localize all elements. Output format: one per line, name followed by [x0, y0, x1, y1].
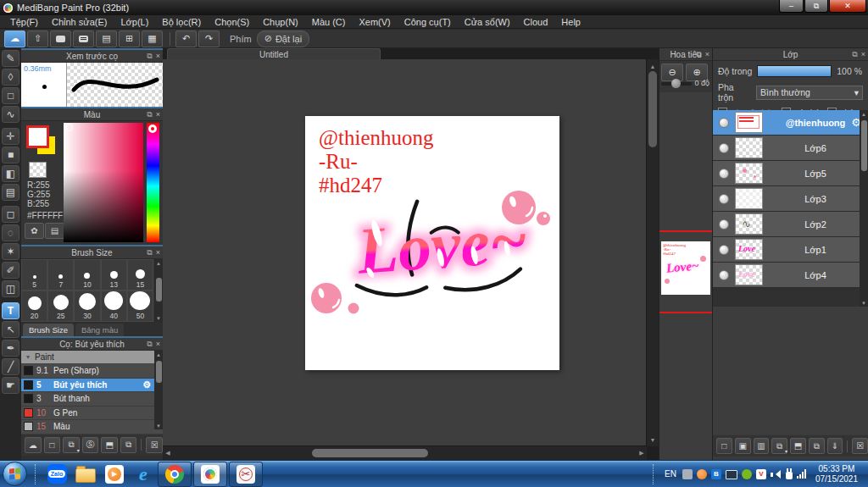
panel-close-icon[interactable]: ×: [156, 340, 160, 348]
eyedropper-tool[interactable]: ✒: [2, 340, 19, 357]
layer-visibility-toggle[interactable]: [719, 118, 729, 128]
brush-size-15[interactable]: 15: [127, 259, 153, 291]
brush-group-header[interactable]: ▾Paint: [21, 351, 163, 364]
popout-icon[interactable]: ⧉: [147, 248, 152, 257]
delete-brush-button[interactable]: ☒: [146, 437, 163, 453]
brush-size-20[interactable]: 20: [21, 291, 47, 322]
layer-item-5[interactable]: Lớp1: [713, 237, 868, 263]
delete-layer-button[interactable]: ☒: [852, 438, 868, 454]
new-8bit-layer-button[interactable]: ▣: [735, 438, 751, 454]
merge-layer-button[interactable]: ⇓: [827, 438, 843, 454]
nvidia-icon[interactable]: [742, 469, 752, 479]
taskbar-media-player[interactable]: ▶: [100, 462, 129, 486]
popout-icon[interactable]: ⧉: [147, 110, 152, 119]
bucket-tool[interactable]: ◧: [2, 165, 19, 182]
horizontal-scrollbar[interactable]: ◀ ▶: [163, 445, 647, 460]
rotation-slider[interactable]: [661, 82, 692, 86]
hue-marker[interactable]: [148, 125, 157, 133]
document-button[interactable]: ▤: [96, 30, 117, 47]
bluetooth-icon[interactable]: B: [711, 469, 721, 479]
zoom-out-button[interactable]: ⊖: [661, 64, 683, 81]
layer-folder-button[interactable]: ⬒: [790, 438, 806, 454]
canvas-viewport[interactable]: @thienhuong -Ru- #hd247 Love~ Love~: [163, 59, 647, 446]
scroll-right-icon[interactable]: ▶: [637, 446, 647, 460]
undo-button[interactable]: ↶: [175, 30, 197, 47]
duplicate-brush-button[interactable]: ⧉: [120, 437, 137, 453]
cloud-button[interactable]: ☁: [4, 30, 25, 47]
panel-close-icon[interactable]: ×: [705, 50, 709, 58]
tab-brush-size[interactable]: Brush Size: [23, 324, 74, 336]
brush-size-25[interactable]: 25: [47, 291, 74, 322]
select-eraser-tool[interactable]: ◫: [2, 280, 19, 297]
layer-item-6[interactable]: Lớp4: [713, 263, 868, 288]
brush-item-2[interactable]: 3Bút thanh: [21, 392, 163, 407]
layer-item-1[interactable]: Lớp6: [713, 136, 868, 161]
add-layer-button[interactable]: ⧉▾: [771, 438, 787, 454]
brush-item-3[interactable]: 10G Pen: [21, 407, 163, 421]
brush-size-7[interactable]: 7: [47, 259, 74, 291]
taskbar-snipping-tool[interactable]: ✂: [229, 462, 263, 487]
layer-visibility-toggle[interactable]: [719, 219, 729, 230]
menu-item-tools[interactable]: Công cụ(T): [398, 17, 458, 27]
eraser-tool[interactable]: ◊: [2, 69, 19, 86]
vertical-scrollbar[interactable]: ▲ ▼: [646, 59, 659, 446]
scroll-left-icon[interactable]: ◀: [163, 446, 173, 460]
tab-color-swatch[interactable]: Bảng màu: [75, 324, 124, 336]
vshield-icon[interactable]: V: [756, 469, 766, 479]
network-icon[interactable]: [797, 469, 806, 479]
panel-close-icon[interactable]: ×: [156, 110, 160, 119]
minimize-button[interactable]: –: [779, 0, 804, 13]
gradient-tool[interactable]: ▤: [2, 184, 19, 201]
brush-tool[interactable]: ✎: [2, 50, 19, 67]
brush-size-scrollbar[interactable]: ▲ ▼: [154, 259, 163, 322]
scroll-thumb[interactable]: [156, 361, 162, 383]
grid-button[interactable]: ▦: [142, 30, 163, 47]
div-tool[interactable]: ╱: [2, 358, 19, 375]
brush-folder-button[interactable]: ⬒: [101, 437, 118, 453]
reset-button[interactable]: ⊘ Đặt lại: [257, 30, 309, 47]
brush-size-10[interactable]: 10: [74, 259, 100, 291]
opacity-slider[interactable]: [757, 65, 832, 77]
hscroll-thumb[interactable]: [312, 449, 428, 457]
layout-button[interactable]: ⊞: [119, 30, 140, 47]
brush-item-1[interactable]: 5Bút yêu thích⚙: [21, 379, 163, 393]
shape-brush-tool[interactable]: □: [2, 87, 19, 104]
layer-visibility-toggle[interactable]: [719, 194, 729, 204]
taskbar-chrome[interactable]: [158, 462, 192, 487]
brush-item-0[interactable]: 9.1Pen (Sharp): [21, 364, 163, 379]
redo-button[interactable]: ↷: [198, 30, 220, 47]
brush-list-scrollbar[interactable]: ▲ ▼: [154, 351, 163, 429]
upload-button[interactable]: ⇧: [27, 30, 48, 47]
chat-button[interactable]: [73, 30, 94, 47]
vscroll-thumb[interactable]: [648, 71, 657, 147]
brush-size-30[interactable]: 30: [74, 291, 100, 322]
brush-size-13[interactable]: 13: [101, 259, 127, 291]
select-pen-tool[interactable]: ✐: [2, 262, 19, 279]
layer-item-0[interactable]: @thienhuong⚙: [713, 110, 868, 136]
hand-tool[interactable]: ☛: [2, 377, 19, 394]
language-indicator[interactable]: EN: [665, 469, 676, 479]
layer-item-4[interactable]: Lớp2: [713, 212, 868, 237]
transparent-color-swatch[interactable]: [29, 162, 47, 178]
sv-marker[interactable]: [65, 124, 73, 131]
popout-icon[interactable]: ⧉: [852, 50, 857, 59]
popout-icon[interactable]: ⧉: [147, 52, 152, 61]
gear-icon[interactable]: ⚙: [142, 379, 151, 390]
document-tab[interactable]: Untitled: [167, 48, 381, 59]
volume-icon[interactable]: [771, 469, 782, 479]
canvas-document[interactable]: @thienhuong -Ru- #hd247 Love~ Love~: [305, 116, 559, 370]
close-button[interactable]: ✕: [829, 0, 866, 13]
move-tool[interactable]: ✛: [2, 128, 19, 145]
text-tool[interactable]: T: [2, 302, 19, 319]
palette-button[interactable]: ✿: [25, 223, 44, 239]
scroll-thumb[interactable]: [861, 120, 867, 171]
navigator-preview[interactable]: @thienhuong-Ru-#hd247 Love~: [661, 241, 710, 295]
brush-size-5[interactable]: 5: [21, 259, 47, 291]
menu-item-color[interactable]: Màu (C): [305, 17, 353, 27]
blend-select[interactable]: Bình thường ▾: [756, 86, 863, 100]
taskbar-zalo[interactable]: Zalo: [42, 462, 71, 486]
script-brush-button[interactable]: Ⓢ: [82, 437, 99, 453]
new-brush-button[interactable]: □: [44, 437, 61, 453]
display-icon[interactable]: [726, 470, 737, 479]
menu-item-file[interactable]: Tệp(F): [3, 17, 45, 27]
